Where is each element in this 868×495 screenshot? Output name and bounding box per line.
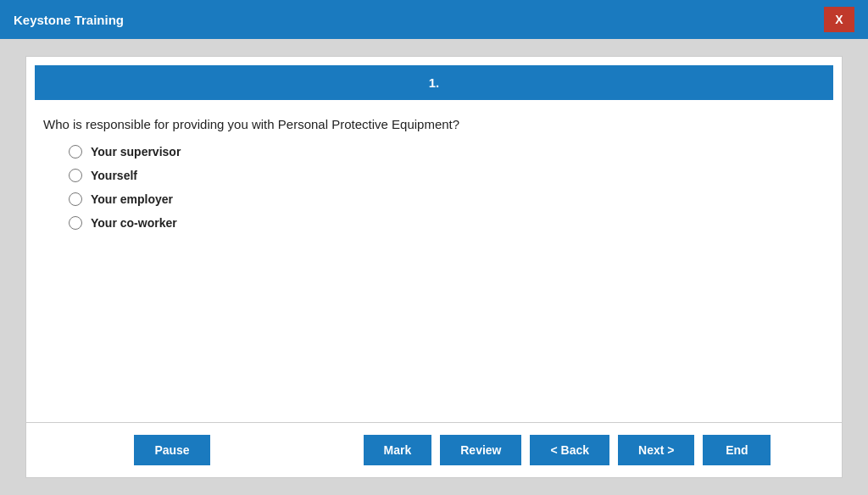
title-bar: Keystone Training X — [0, 0, 868, 39]
option-label-3: Your employer — [91, 192, 173, 206]
content-area: 1. Who is responsible for providing you … — [26, 57, 842, 422]
option-radio-4[interactable] — [69, 216, 82, 230]
option-label-1: Your supervisor — [91, 145, 181, 159]
list-item: Your co-worker — [69, 216, 825, 230]
option-radio-3[interactable] — [69, 192, 82, 206]
end-button[interactable]: End — [703, 435, 771, 465]
list-item: Yourself — [69, 169, 825, 182]
mark-button[interactable]: Mark — [364, 435, 432, 465]
footer-bar: Pause Mark Review < Back Next > End — [26, 422, 842, 477]
option-label-4: Your co-worker — [91, 216, 177, 230]
list-item: Your employer — [69, 192, 825, 206]
option-radio-2[interactable] — [69, 169, 82, 182]
footer-right-group: Mark Review < Back Next > End — [309, 435, 825, 465]
option-radio-1[interactable] — [69, 145, 82, 159]
close-button[interactable]: X — [824, 7, 854, 32]
app-title: Keystone Training — [14, 13, 124, 27]
list-item: Your supervisor — [69, 145, 825, 159]
options-list: Your supervisor Yourself Your employer Y… — [69, 145, 825, 230]
question-header: 1. — [35, 65, 833, 100]
option-label-2: Yourself — [91, 169, 137, 182]
next-button[interactable]: Next > — [618, 435, 694, 465]
review-button[interactable]: Review — [440, 435, 521, 465]
question-text: Who is responsible for providing you wit… — [43, 117, 825, 131]
pause-button[interactable]: Pause — [134, 435, 209, 465]
footer-left-group: Pause — [43, 435, 301, 465]
back-button[interactable]: < Back — [530, 435, 609, 465]
main-container: 1. Who is responsible for providing you … — [25, 56, 843, 478]
